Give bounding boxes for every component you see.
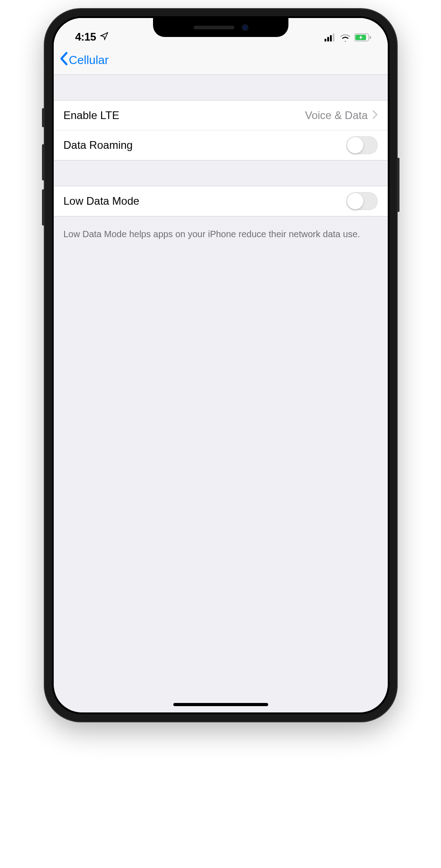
screen: 4:15: [54, 18, 388, 712]
wifi-icon: [340, 33, 351, 43]
svg-rect-1: [327, 37, 329, 41]
row-low-data-mode: Low Data Mode: [54, 186, 388, 216]
front-camera: [242, 25, 248, 30]
group-low-data-mode: Low Data Mode: [54, 186, 388, 216]
speaker-grille: [194, 26, 234, 29]
row-label: Data Roaming: [64, 139, 133, 152]
battery-charging-icon: [354, 33, 371, 43]
svg-rect-0: [325, 39, 326, 41]
low-data-mode-switch[interactable]: [346, 192, 378, 210]
back-label: Cellular: [69, 53, 109, 67]
low-data-mode-footer: Low Data Mode helps apps on your iPhone …: [54, 224, 388, 240]
chevron-right-icon: [372, 109, 378, 122]
device-frame: 4:15: [45, 9, 397, 721]
row-label: Low Data Mode: [64, 195, 139, 207]
back-button[interactable]: Cellular: [59, 52, 109, 69]
row-enable-lte[interactable]: Enable LTE Voice & Data: [54, 101, 388, 130]
cellular-signal-icon: [325, 33, 336, 43]
svg-rect-2: [330, 35, 332, 41]
svg-rect-5: [370, 36, 371, 39]
svg-rect-3: [333, 33, 334, 41]
side-button-volume-down: [42, 189, 45, 225]
side-button-power: [397, 158, 399, 212]
data-roaming-switch[interactable]: [346, 136, 378, 154]
row-label: Enable LTE: [64, 109, 120, 122]
location-icon: [100, 32, 109, 42]
nav-bar: Cellular: [54, 46, 388, 75]
notch: [153, 18, 288, 37]
row-data-roaming: Data Roaming: [54, 130, 388, 160]
group-cellular: Enable LTE Voice & Data Data Roaming: [54, 100, 388, 161]
side-button-silent: [42, 108, 45, 127]
content: Enable LTE Voice & Data Data Roaming: [54, 75, 388, 240]
row-value: Voice & Data: [305, 109, 368, 122]
chevron-left-icon: [59, 52, 68, 69]
status-time: 4:15: [75, 31, 96, 43]
home-indicator[interactable]: [173, 703, 268, 706]
side-button-volume-up: [42, 144, 45, 180]
